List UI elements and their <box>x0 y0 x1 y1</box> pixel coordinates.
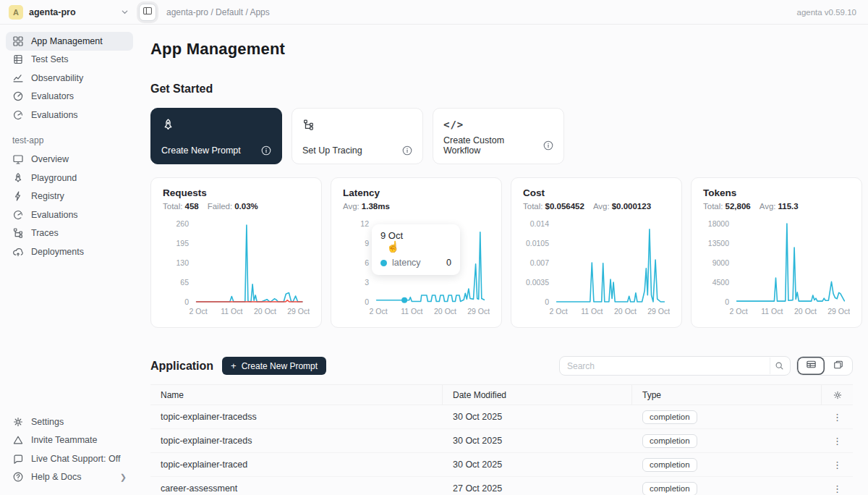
type-cell: completion <box>632 434 822 448</box>
row-menu-kebab-icon[interactable]: ⋮ <box>833 460 842 470</box>
sidebar-item-label: Evaluations <box>31 110 78 120</box>
chart-stats: Total:$0.056452Avg:$0.000123 <box>523 202 670 211</box>
card-label: Create Custom Workflow <box>443 135 543 156</box>
speedometer-icon <box>12 109 24 121</box>
svg-text:2 Oct: 2 Oct <box>370 307 388 316</box>
search-input[interactable] <box>560 361 770 371</box>
sidebar-item-evaluators[interactable]: Evaluators <box>6 88 133 106</box>
sidebar-item-live-chat-support-off[interactable]: Live Chat Support: Off <box>6 449 133 468</box>
card-view-button[interactable] <box>825 357 852 375</box>
app-name-cell: topic-explainer-traced <box>150 460 443 470</box>
table-row[interactable]: topic-explainer-traceds30 Oct 2025comple… <box>150 429 853 453</box>
create-custom-workflow-card[interactable]: </> Create Custom Workflow <box>433 108 564 164</box>
svg-text:0: 0 <box>365 297 369 306</box>
sidebar-item-label: Invite Teammate <box>31 435 97 445</box>
svg-text:0: 0 <box>725 297 729 306</box>
breadcrumb[interactable]: agenta-pro / Default / Apps <box>166 7 270 17</box>
table-row[interactable]: topic-explainer-tracedss30 Oct 2025compl… <box>150 405 853 429</box>
svg-text:29 Oct: 29 Oct <box>647 307 670 316</box>
svg-text:9: 9 <box>365 239 369 248</box>
table-row[interactable]: topic-explainer-traced30 Oct 2025complet… <box>150 453 853 477</box>
card-label: Set Up Tracing <box>302 145 362 156</box>
metrics-chart-row: Requests Total:458Failed:0.03% 260195130… <box>150 177 853 328</box>
table-header: Name Date Modified Type <box>150 384 853 405</box>
sidebar-item-label: Evaluations <box>31 210 78 220</box>
sidebar-item-evaluations[interactable]: Evaluations <box>6 206 133 224</box>
chart-title: Requests <box>163 187 310 198</box>
cloud-icon <box>12 246 24 258</box>
sidebar-item-app-management[interactable]: App Management <box>6 32 133 51</box>
svg-text:18000: 18000 <box>708 219 729 228</box>
series-dot <box>380 260 387 266</box>
create-button-label: Create New Prompt <box>242 361 318 371</box>
sidebar-item-overview[interactable]: Overview <box>6 151 133 169</box>
set-up-tracing-card[interactable]: Set Up Tracing <box>292 108 423 164</box>
sidebar-item-label: Test Sets <box>31 54 68 64</box>
gauge-icon <box>12 90 24 102</box>
svg-text:20 Oct: 20 Oct <box>254 307 276 316</box>
main-content: App Management Get Started Create New Pr… <box>139 25 868 495</box>
info-icon[interactable] <box>261 145 271 156</box>
table-row[interactable]: career-assessment27 Oct 2025completion⋮ <box>150 477 853 495</box>
tokens-chart: 18000135009000450002 Oct11 Oct20 Oct29 O… <box>703 216 850 321</box>
chart-stat: Failed:0.03% <box>208 202 258 211</box>
view-toggle <box>796 356 853 376</box>
requests-chart: 2601951306502 Oct11 Oct20 Oct29 Oct <box>163 216 310 321</box>
table-view-button[interactable] <box>797 357 825 375</box>
sidebar-collapse-button[interactable] <box>139 4 156 21</box>
column-header-type: Type <box>632 385 822 405</box>
svg-text:0.014: 0.014 <box>530 219 549 228</box>
sidebar-item-evaluations[interactable]: Evaluations <box>6 106 133 124</box>
card-label: Create New Prompt <box>161 145 241 156</box>
svg-text:11 Oct: 11 Oct <box>761 307 783 316</box>
chart-title: Cost <box>523 187 670 198</box>
svg-text:11 Oct: 11 Oct <box>221 307 242 316</box>
agenta-app-window: A agenta-pro agenta-pro / Default / Apps… <box>0 0 868 495</box>
sidebar-item-label: Registry <box>31 191 64 201</box>
sidebar-item-settings[interactable]: Settings <box>6 412 133 431</box>
info-icon[interactable] <box>543 140 553 151</box>
sidebar-item-deployments[interactable]: Deployments <box>6 242 133 261</box>
date-modified-cell: 30 Oct 2025 <box>443 460 632 470</box>
app-name-cell: topic-explainer-traceds <box>150 436 443 446</box>
row-menu-kebab-icon[interactable]: ⋮ <box>833 436 842 446</box>
chart-line-icon <box>12 72 24 84</box>
svg-text:2 Oct: 2 Oct <box>190 307 208 316</box>
create-new-prompt-card[interactable]: Create New Prompt <box>150 108 282 164</box>
sidebar-item-invite-teammate[interactable]: Invite Teammate <box>6 431 133 450</box>
app-name-cell: topic-explainer-tracedss <box>150 412 443 422</box>
create-new-prompt-button[interactable]: + Create New Prompt <box>222 357 326 375</box>
topbar: A agenta-pro agenta-pro / Default / Apps… <box>0 0 868 25</box>
sidebar-item-traces[interactable]: Traces <box>6 224 133 243</box>
sidebar-item-label: Overview <box>31 154 69 164</box>
application-header: Application + Create New Prompt <box>150 356 853 376</box>
get-started-heading: Get Started <box>150 82 853 96</box>
sidebar-item-test-sets[interactable]: Test Sets <box>6 51 133 69</box>
sidebar-item-help-docs[interactable]: Help & Docs❯ <box>6 468 133 487</box>
table-settings-gear-icon[interactable] <box>833 390 843 400</box>
workspace-selector[interactable]: A agenta-pro <box>9 5 129 20</box>
svg-text:9000: 9000 <box>712 258 730 267</box>
app-version: agenta v0.59.10 <box>797 8 857 17</box>
svg-text:11 Oct: 11 Oct <box>581 307 603 316</box>
sidebar-item-observability[interactable]: Observability <box>6 69 133 88</box>
info-icon[interactable] <box>402 145 412 156</box>
chart-stat: Total:52,806 <box>703 202 751 211</box>
gear-icon <box>12 416 24 428</box>
search-icon[interactable] <box>770 358 788 374</box>
chart-title: Latency <box>343 187 490 198</box>
sidebar-item-playground[interactable]: Playground <box>6 169 133 187</box>
row-menu-kebab-icon[interactable]: ⋮ <box>833 484 842 494</box>
tree-icon <box>12 227 24 239</box>
svg-text:29 Oct: 29 Oct <box>827 307 850 316</box>
sidebar-item-label: Deployments <box>31 247 84 257</box>
tokens-chart-card: Tokens Total:52,806Avg:115.3 18000135009… <box>691 177 862 328</box>
sidebar-section-label: test-app <box>12 135 133 145</box>
row-menu-kebab-icon[interactable]: ⋮ <box>833 412 842 422</box>
svg-text:0: 0 <box>184 297 189 306</box>
svg-text:13500: 13500 <box>708 239 729 248</box>
monitor-icon <box>12 153 24 165</box>
svg-text:11 Oct: 11 Oct <box>401 307 422 316</box>
sidebar-item-registry[interactable]: Registry <box>6 187 133 206</box>
column-header-name: Name <box>150 385 443 405</box>
